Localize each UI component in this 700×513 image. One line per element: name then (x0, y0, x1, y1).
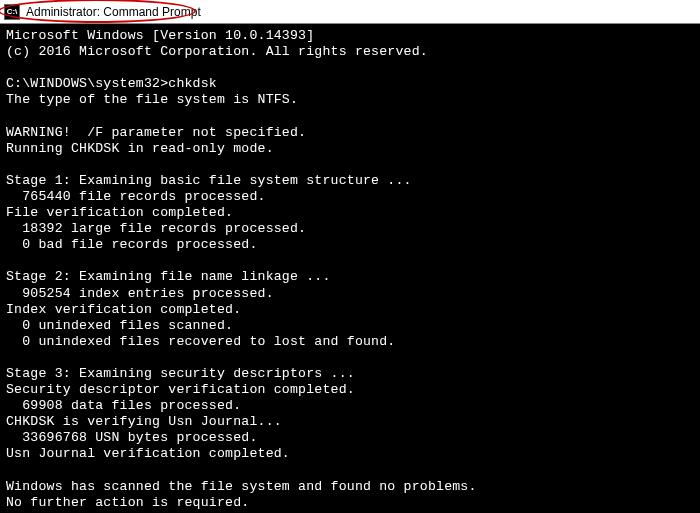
console-line: 18392 large file records processed. (6, 221, 306, 236)
console-line: 33696768 USN bytes processed. (6, 430, 258, 445)
console-line: Microsoft Windows [Version 10.0.14393] (6, 28, 314, 43)
console-line: 69908 data files processed. (6, 398, 241, 413)
console-line: Usn Journal verification completed. (6, 446, 290, 461)
window-title: Administrator: Command Prompt (26, 5, 201, 19)
console-line: Running CHKDSK in read-only mode. (6, 141, 274, 156)
console-line: (c) 2016 Microsoft Corporation. All righ… (6, 44, 428, 59)
console-line: Stage 1: Examining basic file system str… (6, 173, 412, 188)
console-line: No further action is required. (6, 495, 249, 510)
console-line: Security descriptor verification complet… (6, 382, 355, 397)
console-line: Stage 3: Examining security descriptors … (6, 366, 355, 381)
console-line: 0 unindexed files scanned. (6, 318, 233, 333)
window-titlebar[interactable]: C:\ Administrator: Command Prompt (0, 0, 700, 24)
command-input: chkdsk (168, 76, 217, 91)
prompt: C:\WINDOWS\system32> (6, 76, 168, 91)
console-line: Index verification completed. (6, 302, 241, 317)
console-line: 0 bad file records processed. (6, 237, 258, 252)
console-line: The type of the file system is NTFS. (6, 92, 298, 107)
cmd-icon-glyph: C:\ (7, 7, 18, 16)
console-line: WARNING! /F parameter not specified. (6, 125, 306, 140)
console-line: 905254 index entries processed. (6, 286, 274, 301)
console-line: CHKDSK is verifying Usn Journal... (6, 414, 282, 429)
console-line: 765440 file records processed. (6, 189, 266, 204)
console-line: 0 unindexed files recovered to lost and … (6, 334, 395, 349)
console-line: Stage 2: Examining file name linkage ... (6, 269, 331, 284)
console-line: File verification completed. (6, 205, 233, 220)
command-prompt-window: C:\ Administrator: Command Prompt Micros… (0, 0, 700, 513)
console-line: Windows has scanned the file system and … (6, 479, 477, 494)
cmd-icon: C:\ (4, 4, 20, 20)
console-output[interactable]: Microsoft Windows [Version 10.0.14393] (… (0, 24, 700, 513)
